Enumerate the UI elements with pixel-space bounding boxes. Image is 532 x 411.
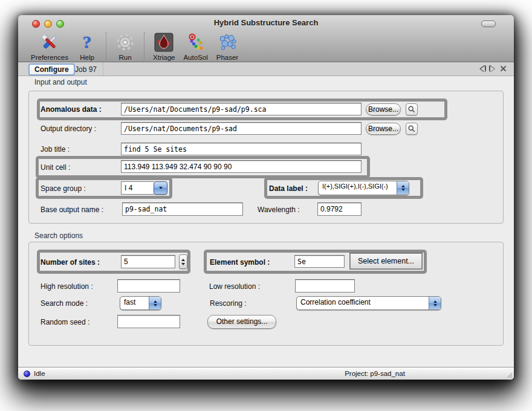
space-group-combo[interactable]: I 4 [121, 181, 167, 195]
titlebar: Hybrid Substructure Search [18, 15, 514, 62]
search-mode-value: fast [120, 297, 149, 309]
anomalous-data-browse-button[interactable]: Browse... [366, 103, 401, 115]
group-title-input-output: Input and output [34, 78, 87, 86]
tab-scroll-right-icon[interactable] [490, 66, 495, 72]
toolbar-toggle-button[interactable] [481, 21, 496, 27]
tools-icon [39, 31, 60, 53]
toolbar-separator [106, 32, 106, 60]
search-mode-label: Search mode : [41, 299, 88, 308]
random-seed-label: Random seed : [41, 318, 89, 326]
space-group-dropdown-button[interactable] [154, 181, 167, 195]
toolbar-label: AutoSol [183, 54, 207, 61]
phaser-button[interactable]: Phaser [212, 31, 242, 61]
resize-grip[interactable] [505, 371, 513, 378]
status-bar: Idle Project: p9-sad_nat [18, 367, 514, 380]
output-directory-view-button[interactable] [406, 123, 418, 135]
magnifier-icon [407, 105, 416, 114]
xtriage-button[interactable]: Xtriage [149, 31, 179, 61]
other-settings-button[interactable]: Other settings... [207, 315, 276, 329]
gear-icon [115, 31, 135, 53]
wavelength-label: Wavelength : [258, 206, 300, 214]
autosol-button[interactable]: AutoSol [179, 31, 212, 61]
high-resolution-input[interactable] [117, 279, 180, 293]
question-icon: ? [77, 31, 97, 53]
popup-arrows-icon [397, 181, 409, 195]
output-directory-input[interactable] [121, 122, 362, 135]
phaser-icon [217, 31, 238, 53]
anomalous-data-view-button[interactable] [406, 103, 418, 115]
unit-cell-input[interactable] [121, 160, 362, 173]
toolbar: Preferences ? Help Run [27, 28, 242, 61]
toolbar-label: Run [118, 54, 131, 61]
output-directory-label: Output directory : [41, 125, 96, 133]
chevron-down-icon [159, 187, 163, 189]
number-of-sites-stepper[interactable] [179, 254, 187, 269]
job-title-input[interactable] [121, 143, 362, 155]
toolbar-label: Xtriage [153, 54, 175, 61]
low-resolution-input[interactable] [295, 279, 355, 293]
autosol-icon [186, 31, 206, 53]
select-element-button[interactable]: Select element... [350, 253, 422, 269]
base-output-name-label: Base output name : [41, 206, 103, 214]
tab-configure[interactable]: Configure [28, 63, 75, 76]
stepper-up-icon [181, 259, 185, 261]
low-resolution-label: Low resolution : [209, 282, 260, 291]
high-resolution-label: High resolution : [41, 282, 93, 291]
output-directory-browse-button[interactable]: Browse... [366, 123, 401, 135]
toolbar-separator [144, 32, 144, 60]
tab-bar: Configure Job 97 [18, 62, 514, 76]
rescoring-label: Rescoring : [210, 299, 247, 308]
number-of-sites-label: Number of sites : [41, 258, 100, 267]
anomalous-data-input[interactable] [121, 103, 362, 115]
wavelength-input[interactable] [317, 202, 362, 216]
tab-scroll-left-icon[interactable] [481, 66, 485, 72]
anomalous-data-label: Anomalous data : [41, 105, 102, 114]
popup-arrows-icon [149, 297, 161, 309]
tab-close-icon[interactable] [500, 65, 507, 72]
xtriage-icon [154, 31, 174, 53]
element-symbol-input[interactable] [294, 255, 345, 268]
help-button[interactable]: ? Help [73, 31, 102, 61]
status-text: Idle [34, 370, 45, 377]
group-title-search-options: Search options [34, 231, 83, 240]
tab-divider [103, 62, 103, 76]
toolbar-label: Help [80, 54, 94, 61]
project-label: Project: p9-sad_nat [248, 370, 502, 377]
magnifier-icon [407, 125, 416, 133]
tab-job-97[interactable]: Job 97 [71, 65, 100, 74]
number-of-sites-input[interactable] [121, 255, 175, 268]
rescoring-popup[interactable]: Correlation coefficient [296, 296, 441, 310]
popup-arrows-icon [429, 297, 441, 309]
random-seed-input[interactable] [117, 315, 180, 328]
preferences-button[interactable]: Preferences [27, 31, 73, 61]
unit-cell-label: Unit cell : [41, 163, 70, 172]
data-label-value: I(+),SIGI(+),I(-),SIGI(-) [319, 181, 397, 195]
search-mode-popup[interactable]: fast [120, 296, 161, 310]
stepper-down-icon [181, 263, 185, 265]
job-title-label: Job title : [41, 145, 70, 154]
toolbar-label: Phaser [216, 54, 238, 61]
rescoring-value: Correlation coefficient [297, 297, 429, 309]
base-output-name-input[interactable] [122, 202, 243, 216]
data-label-popup[interactable]: I(+),SIGI(+),I(-),SIGI(-) [318, 181, 409, 195]
configure-panel: Input and output Anomalous data : Browse… [18, 76, 514, 367]
space-group-label: Space group : [41, 184, 86, 193]
space-group-value: I 4 [121, 181, 154, 195]
data-label-label: Data label : [269, 184, 308, 193]
window-title: Hybrid Substructure Search [18, 18, 514, 27]
app-window: Hybrid Substructure Search [18, 15, 514, 380]
run-button[interactable]: Run [111, 31, 140, 61]
element-symbol-label: Element symbol : [210, 258, 270, 267]
toolbar-label: Preferences [31, 54, 68, 61]
status-led-icon [24, 371, 30, 377]
